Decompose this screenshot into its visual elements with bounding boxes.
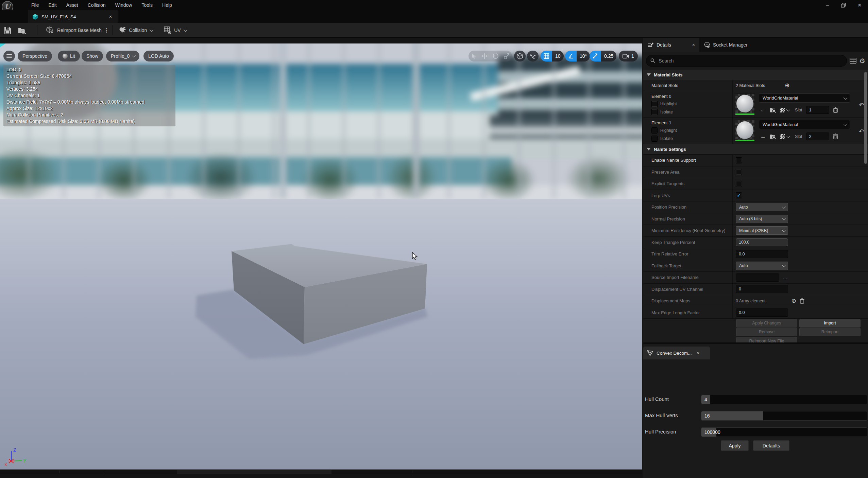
import-button[interactable]: Import	[799, 319, 861, 327]
fallback-target-dropdown[interactable]: Auto	[736, 262, 788, 270]
convex-tab-close-icon[interactable]: ×	[697, 351, 700, 356]
reset-to-default-icon[interactable]: ↶	[859, 101, 864, 109]
lerp-uvs-checkbox[interactable]	[736, 192, 742, 198]
material-dropdown[interactable]: WorldGridMaterial	[759, 93, 850, 103]
max-edge-length-factor-input[interactable]	[736, 308, 788, 317]
camera-speed-button[interactable]: 1	[619, 51, 638, 61]
source-import-filename-input[interactable]	[736, 273, 779, 282]
lit-mode-button[interactable]: Lit	[58, 51, 80, 61]
rotation-snap-toggle[interactable]: 10°	[565, 51, 590, 61]
material-thumbnail[interactable]	[735, 93, 755, 115]
restore-icon[interactable]	[835, 0, 851, 10]
browse-file-ellipsis-button[interactable]: …	[783, 275, 787, 280]
tab-socket-manager[interactable]: Socket Manager	[699, 38, 752, 52]
menu-help[interactable]: Help	[157, 0, 177, 10]
max-hull-verts-slider[interactable]: 16	[701, 411, 867, 421]
browse-to-material-icon[interactable]	[770, 107, 777, 113]
browse-to-material-icon[interactable]	[770, 134, 777, 139]
reimport-button[interactable]: Reimport	[799, 328, 861, 336]
search-input[interactable]	[646, 55, 847, 67]
tab-static-mesh-asset[interactable]: SM_HV_F16_S4 ×	[28, 10, 118, 23]
material-thumbnail[interactable]	[735, 120, 755, 141]
convex-apply-button[interactable]: Apply	[721, 440, 749, 451]
collision-menu-button[interactable]: Collision	[115, 23, 156, 37]
details-settings-gear-icon[interactable]: ⚙	[859, 57, 865, 64]
isolate-checkbox[interactable]	[651, 136, 658, 142]
texture-options-button[interactable]	[780, 134, 789, 139]
normal-precision-dropdown[interactable]: Auto (8 bits)	[736, 215, 788, 223]
position-precision-dropdown[interactable]: Auto	[736, 203, 788, 211]
details-tab-close-icon[interactable]: ×	[692, 42, 695, 48]
scale-snap-toggle[interactable]: 0.25	[590, 51, 616, 61]
show-menu-button[interactable]: Show	[82, 51, 103, 61]
remove-button[interactable]: Remove	[736, 328, 797, 336]
hull-precision-slider[interactable]: 100000	[701, 427, 867, 437]
tab-details[interactable]: Details ×	[643, 38, 699, 52]
use-selected-asset-icon[interactable]: ←	[760, 107, 766, 113]
isolate-checkbox-row[interactable]: Isolate	[651, 136, 673, 142]
apply-changes-button[interactable]: Apply Changes	[736, 319, 797, 327]
select-tool-icon[interactable]	[471, 53, 476, 59]
add-material-slot-icon[interactable]: ⊕	[785, 83, 789, 88]
isolate-checkbox[interactable]	[651, 109, 658, 115]
save-button[interactable]	[0, 23, 15, 37]
tab-close-icon[interactable]: ×	[107, 14, 114, 19]
menu-collision[interactable]: Collision	[83, 0, 110, 10]
highlight-checkbox[interactable]	[651, 127, 658, 134]
delete-slot-trash-icon[interactable]	[833, 107, 838, 113]
isolate-checkbox-row[interactable]: Isolate	[651, 109, 673, 115]
profile-dropdown[interactable]: Profile_0	[106, 51, 139, 61]
lod-auto-button[interactable]: LOD Auto	[143, 51, 174, 61]
clear-array-trash-icon[interactable]	[800, 298, 804, 304]
coordinate-system-button[interactable]	[514, 51, 526, 61]
close-window-button[interactable]: ×	[852, 0, 867, 10]
section-nanite-settings[interactable]: Nanite Settings	[643, 144, 868, 155]
texture-options-button[interactable]	[780, 108, 789, 112]
trim-relative-error-input[interactable]	[736, 250, 788, 258]
menu-file[interactable]: File	[27, 0, 44, 10]
menu-asset[interactable]: Asset	[62, 0, 83, 10]
slot-index-input[interactable]	[806, 106, 829, 114]
grid-snap-value[interactable]: 10	[552, 51, 564, 61]
highlight-checkbox[interactable]	[651, 101, 658, 107]
enable-nanite-checkbox[interactable]	[736, 157, 742, 163]
viewport-options-menu-button[interactable]	[3, 51, 15, 61]
add-array-element-icon[interactable]: ⊕	[792, 298, 796, 304]
menu-window[interactable]: Window	[110, 0, 137, 10]
keep-triangle-percent-input[interactable]	[736, 238, 788, 246]
scale-tool-icon[interactable]	[504, 53, 510, 59]
convex-decomposition-tab[interactable]: Convex Decom... ×	[643, 347, 710, 359]
axes-snap-button[interactable]	[527, 51, 539, 61]
viewport[interactable]: LOD: 0 Current Screen Size: 0.470064 Tri…	[0, 38, 642, 474]
slot-index-input[interactable]	[806, 132, 829, 140]
use-selected-asset-icon[interactable]: ←	[760, 134, 766, 139]
reimport-options-dots[interactable]: •••	[106, 28, 107, 33]
explicit-tangents-checkbox[interactable]	[736, 181, 742, 187]
details-scrollbar-thumb[interactable]	[864, 72, 867, 164]
rotation-snap-value[interactable]: 10°	[577, 51, 590, 61]
perspective-button[interactable]: Perspective	[18, 51, 52, 61]
display-filter-icon[interactable]	[850, 58, 856, 64]
delete-slot-trash-icon[interactable]	[833, 134, 838, 139]
highlight-checkbox-row[interactable]: Highlight	[651, 127, 677, 134]
hull-count-slider[interactable]: 4	[701, 395, 867, 404]
uv-menu-button[interactable]: UV	[160, 23, 189, 37]
menu-edit[interactable]: Edit	[44, 0, 62, 10]
displacement-uv-channel-input[interactable]	[736, 285, 788, 293]
transform-tools-group[interactable]	[469, 51, 512, 61]
grid-snap-toggle[interactable]: 10	[541, 51, 564, 61]
highlight-checkbox-row[interactable]: Highlight	[651, 101, 677, 107]
section-material-slots[interactable]: Material Slots	[643, 70, 868, 80]
convex-defaults-button[interactable]: Defaults	[753, 440, 789, 451]
minimum-residency-dropdown[interactable]: Minimal (32KB)	[736, 226, 788, 235]
menu-tools[interactable]: Tools	[137, 0, 157, 10]
search-field[interactable]	[658, 58, 843, 64]
minimize-button[interactable]: –	[820, 0, 835, 10]
preserve-area-checkbox[interactable]	[736, 169, 742, 175]
material-dropdown[interactable]: WorldGridMaterial	[759, 120, 850, 129]
reset-to-default-icon[interactable]: ↶	[859, 128, 864, 135]
reimport-base-mesh-button[interactable]: Reimport Base Mesh •••	[43, 23, 110, 37]
scale-snap-value[interactable]: 0.25	[601, 51, 616, 61]
move-tool-icon[interactable]	[481, 53, 488, 59]
browse-to-asset-button[interactable]	[15, 23, 30, 37]
